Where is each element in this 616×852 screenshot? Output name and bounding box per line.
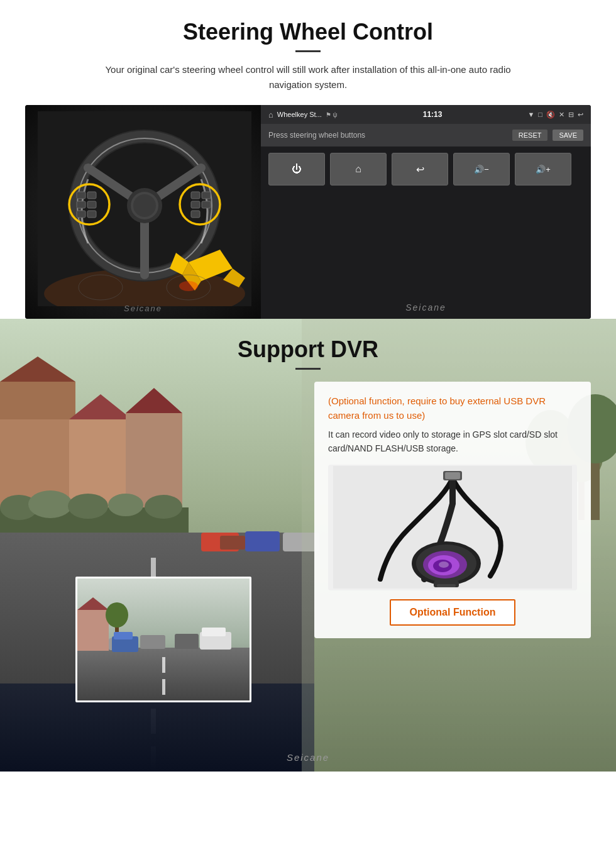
statusbar-time: 11:13 bbox=[423, 110, 443, 119]
steering-subtitle: Your original car's steering wheel contr… bbox=[88, 62, 528, 92]
dvr-thumbnail-inner bbox=[77, 578, 250, 700]
home-button[interactable]: ⌂ bbox=[330, 153, 387, 185]
dvr-thumbnail bbox=[75, 577, 251, 702]
svg-rect-67 bbox=[445, 472, 460, 479]
steering-wheel-svg bbox=[38, 111, 251, 306]
svg-rect-13 bbox=[87, 192, 96, 199]
svg-rect-74 bbox=[437, 584, 456, 587]
toolbar-instruction: Press steering wheel buttons bbox=[268, 131, 365, 140]
home-icon: ⌂ bbox=[268, 110, 273, 119]
svg-rect-22 bbox=[202, 201, 211, 208]
svg-point-44 bbox=[108, 494, 143, 516]
dvr-divider bbox=[295, 368, 321, 370]
dvr-content-card: (Optional function, require to buy exter… bbox=[314, 382, 591, 638]
svg-point-10 bbox=[133, 194, 156, 217]
svg-rect-90 bbox=[202, 628, 226, 636]
svg-rect-78 bbox=[162, 657, 165, 673]
svg-rect-12 bbox=[77, 192, 85, 199]
svg-point-45 bbox=[145, 495, 182, 519]
svg-rect-17 bbox=[87, 211, 96, 218]
window-icon: ⊟ bbox=[568, 111, 574, 119]
android-toolbar: Press steering wheel buttons RESET SAVE bbox=[261, 124, 591, 147]
close-icon: ✕ bbox=[559, 111, 564, 119]
svg-rect-19 bbox=[191, 192, 200, 199]
mute-icon: 🔇 bbox=[546, 111, 555, 119]
dvr-description: It can record video only to storage in G… bbox=[328, 428, 577, 456]
android-statusbar: ⌂ Wheelkey St... ⚑ ψ 11:13 ▼ □ 🔇 ✕ ⊟ ↩ bbox=[261, 105, 591, 124]
dvr-header: Support DVR bbox=[0, 319, 616, 370]
steering-title: Steering Wheel Control bbox=[25, 19, 591, 45]
vol-down-button[interactable]: 🔊− bbox=[453, 153, 510, 185]
statusbar-icons: ⚑ ψ bbox=[326, 111, 338, 118]
svg-rect-21 bbox=[191, 201, 200, 208]
svg-rect-88 bbox=[114, 632, 133, 639]
optional-function-button[interactable]: Optional Function bbox=[390, 599, 516, 626]
steering-watermark-left: Seicane bbox=[25, 302, 261, 314]
android-ui: ⌂ Wheelkey St... ⚑ ψ 11:13 ▼ □ 🔇 ✕ ⊟ ↩ P… bbox=[261, 105, 591, 319]
svg-rect-60 bbox=[245, 531, 280, 551]
svg-rect-23 bbox=[191, 211, 200, 218]
statusbar-right: ▼ □ 🔇 ✕ ⊟ ↩ bbox=[527, 111, 583, 119]
svg-rect-14 bbox=[77, 201, 85, 208]
toolbar-buttons[interactable]: RESET SAVE bbox=[512, 130, 583, 141]
steering-divider bbox=[295, 50, 321, 52]
dvr-optional-text: (Optional function, require to buy exter… bbox=[328, 394, 577, 423]
statusbar-app-name: Wheelkey St... bbox=[277, 111, 322, 118]
svg-point-86 bbox=[106, 602, 128, 628]
back-icon: ↩ bbox=[578, 111, 583, 119]
svg-rect-81 bbox=[175, 634, 199, 649]
svg-rect-34 bbox=[0, 382, 75, 419]
reset-button[interactable]: RESET bbox=[512, 130, 548, 141]
seicane-watermark-right: Seicane bbox=[261, 192, 591, 319]
vol-up-button[interactable]: 🔊+ bbox=[515, 153, 571, 185]
svg-rect-16 bbox=[77, 211, 85, 218]
save-button[interactable]: SAVE bbox=[553, 130, 583, 141]
svg-rect-79 bbox=[162, 679, 165, 695]
power-button[interactable]: ⏻ bbox=[268, 153, 325, 185]
svg-point-42 bbox=[28, 490, 72, 518]
svg-rect-83 bbox=[77, 610, 109, 651]
wifi-icon: ▼ bbox=[527, 111, 534, 118]
dvr-camera-image bbox=[328, 465, 577, 590]
svg-rect-62 bbox=[220, 536, 245, 550]
android-controls: ⏻ ⌂ ↩ 🔊− 🔊+ bbox=[261, 147, 591, 192]
steering-section: Steering Wheel Control Your original car… bbox=[0, 0, 616, 319]
svg-point-75 bbox=[439, 562, 449, 568]
svg-point-30 bbox=[179, 281, 198, 291]
svg-point-43 bbox=[68, 494, 108, 519]
dvr-camera-svg bbox=[333, 466, 572, 589]
statusbar-left: ⌂ Wheelkey St... ⚑ ψ bbox=[268, 110, 338, 119]
svg-rect-15 bbox=[87, 201, 96, 208]
svg-rect-80 bbox=[140, 635, 165, 649]
dvr-title: Support DVR bbox=[0, 336, 616, 363]
dvr-seicane-watermark: Seicane bbox=[287, 752, 329, 763]
svg-rect-20 bbox=[202, 192, 211, 199]
camera-icon: □ bbox=[538, 111, 542, 118]
back-button[interactable]: ↩ bbox=[392, 153, 448, 185]
steering-image-container: Seicane ⌂ Wheelkey St... ⚑ ψ 11:13 ▼ □ 🔇 bbox=[25, 105, 591, 319]
steering-photo: Seicane bbox=[25, 105, 261, 319]
dvr-thumbnail-svg bbox=[77, 578, 251, 702]
dvr-section: Support DVR (Optional function, require … bbox=[0, 319, 616, 772]
